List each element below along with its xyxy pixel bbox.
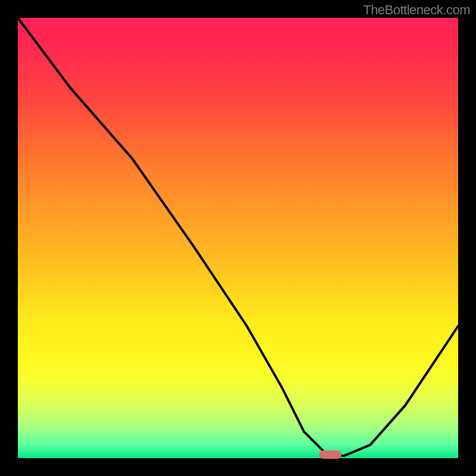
watermark-text: TheBottleneck.com <box>363 2 470 18</box>
optimal-marker <box>319 450 342 459</box>
chart-area <box>18 18 458 458</box>
chart-svg <box>18 18 458 458</box>
bottleneck-line <box>18 18 458 456</box>
